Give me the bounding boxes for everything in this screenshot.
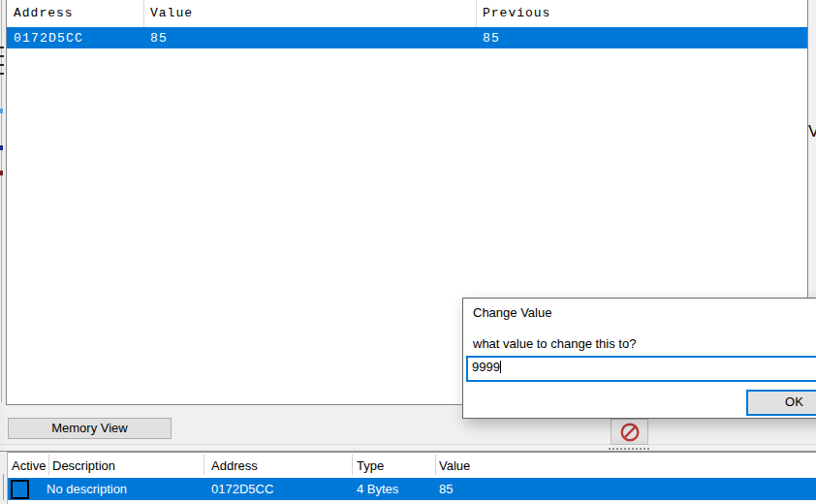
scan-cell-previous: 85 (483, 31, 500, 46)
edge-tick (0, 64, 4, 66)
resize-grip[interactable] (609, 448, 649, 450)
text-caret (500, 361, 501, 373)
no-entry-button[interactable] (611, 419, 648, 445)
dialog-title: Change Value (473, 305, 551, 320)
column-header-description[interactable]: Description (52, 458, 115, 473)
cell-value: 85 (439, 482, 453, 496)
dialog-titlebar[interactable]: Change Value (463, 299, 816, 328)
column-divider (435, 455, 436, 475)
edge-tick (0, 55, 4, 57)
column-divider (352, 455, 353, 475)
cell-description: No description (47, 482, 127, 496)
column-divider (476, 0, 477, 27)
column-header-value[interactable]: Value (439, 458, 470, 473)
left-edge-strip (0, 0, 5, 504)
cell-address: 0172D5CC (211, 482, 273, 496)
column-divider (204, 455, 204, 475)
edge-tick (0, 47, 4, 48)
change-value-dialog: Change Value what value to change this t… (462, 298, 816, 419)
column-header-active[interactable]: Active (12, 458, 46, 473)
scan-results-header: Address Value Previous (7, 0, 807, 28)
address-list-header: Active Description Address Type Value (8, 453, 816, 478)
memory-view-button[interactable]: Memory View (8, 418, 172, 439)
column-header-previous[interactable]: Previous (483, 6, 550, 20)
cell-type: 4 Bytes (357, 482, 398, 496)
dialog-prompt: what value to change this to? (473, 336, 636, 351)
scan-cell-address: 0172D5CC (14, 31, 83, 46)
change-value-input[interactable]: 9999 (466, 356, 816, 382)
input-value-text: 9999 (472, 360, 500, 374)
ok-button[interactable]: OK (746, 390, 816, 416)
column-header-type[interactable]: Type (357, 458, 384, 473)
no-entry-icon (618, 422, 642, 443)
edge-tick (0, 73, 4, 75)
scan-result-row-selected[interactable]: 0172D5CC 85 85 (7, 27, 807, 48)
left-edge-line (1, 0, 2, 402)
address-list-row-selected[interactable]: No description 0172D5CC 4 Bytes 85 (8, 478, 816, 500)
column-divider (143, 0, 144, 27)
edge-fragment (0, 171, 3, 175)
active-checkbox[interactable] (11, 480, 29, 499)
left-edge-line (3, 474, 4, 500)
cheat-engine-window: Address Value Previous 0172D5CC 85 85 V … (0, 0, 816, 504)
edge-fragment (0, 145, 3, 150)
column-header-address[interactable]: Address (211, 458, 258, 473)
column-header-value[interactable]: Value (150, 6, 193, 20)
partial-value-label: V (808, 122, 816, 142)
address-list-table: Active Description Address Type Value No… (7, 452, 816, 504)
column-header-address[interactable]: Address (14, 6, 74, 20)
column-divider (48, 455, 49, 475)
separator-line (0, 444, 816, 445)
scan-cell-value: 85 (150, 31, 168, 46)
edge-fragment (0, 109, 3, 113)
